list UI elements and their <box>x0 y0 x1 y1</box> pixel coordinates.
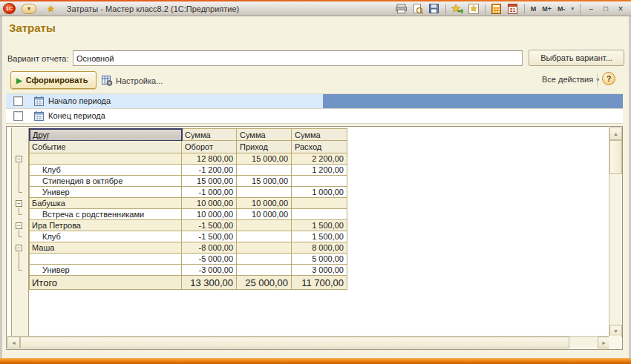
param-row-period-start[interactable]: Начало периода <box>6 94 623 109</box>
header-cell[interactable]: Оборот <box>182 141 237 153</box>
cell-expense[interactable]: 3 000,00 <box>292 265 347 276</box>
vertical-scroll-thumb[interactable] <box>609 140 622 174</box>
table-row-group[interactable]: Бабушка 10 000,00 10 000,00 <box>29 198 347 209</box>
settings-button-label: Настройка... <box>116 76 163 85</box>
print-preview-icon[interactable] <box>411 3 425 15</box>
cell-income[interactable]: 10 000,00 <box>237 198 292 209</box>
table-row[interactable]: Универ -1 000,00 1 000,00 <box>29 187 347 198</box>
choose-variant-button[interactable]: Выбрать вариант... <box>529 50 624 66</box>
add-to-favorites-icon[interactable] <box>451 3 464 15</box>
cell-expense[interactable]: 2 200,00 <box>292 153 347 165</box>
table-row[interactable]: Встреча с родственниками 10 000,00 10 00… <box>29 209 347 220</box>
header-cell[interactable]: Расход <box>292 141 347 153</box>
cell-turnover[interactable]: -5 000,00 <box>182 254 237 265</box>
collapse-group-icon[interactable]: − <box>16 245 22 251</box>
cell-expense[interactable]: 1 200,00 <box>292 165 347 176</box>
maximize-button[interactable]: □ <box>600 4 612 13</box>
help-button[interactable]: ? <box>602 72 615 85</box>
cell-expense[interactable] <box>292 209 347 220</box>
cell-turnover[interactable]: 13 300,00 <box>182 276 237 290</box>
tree-line <box>19 236 22 237</box>
cell-income[interactable] <box>237 165 292 176</box>
param-checkbox[interactable] <box>13 111 23 121</box>
cell-turnover[interactable]: -1 500,00 <box>182 220 237 231</box>
cell-turnover[interactable]: -3 000,00 <box>182 265 237 276</box>
cell-income[interactable] <box>237 187 292 198</box>
header-cell[interactable]: Приход <box>237 141 292 153</box>
calendar-icon[interactable]: 31 <box>506 3 520 15</box>
settings-button[interactable]: Настройка... <box>102 73 163 88</box>
tree-line <box>19 252 19 271</box>
cell-income[interactable]: 15 000,00 <box>237 176 292 187</box>
calculator-icon[interactable] <box>490 3 503 15</box>
table-row[interactable]: Стипендия в октябре 15 000,00 15 000,00 <box>29 176 347 187</box>
cell-income[interactable]: 10 000,00 <box>237 209 292 220</box>
cell-turnover[interactable]: -8 000,00 <box>182 242 237 254</box>
param-checkbox[interactable] <box>13 96 23 106</box>
scroll-up-button[interactable]: ▲ <box>609 128 622 140</box>
horizontal-scrollbar[interactable]: ◄ ► <box>7 336 610 348</box>
header-cell[interactable]: Сумма <box>237 128 292 141</box>
minimize-button[interactable]: – <box>585 4 597 13</box>
table-row[interactable]: Универ -3 000,00 3 000,00 <box>29 265 347 276</box>
collapse-group-icon[interactable]: − <box>16 200 22 207</box>
close-button[interactable]: × <box>615 4 627 14</box>
cell-turnover[interactable]: -1 200,00 <box>182 165 237 176</box>
system-menu-button[interactable]: ▾ <box>22 4 36 14</box>
memory-plus-button[interactable]: М+ <box>540 5 553 13</box>
table-row[interactable]: -5 000,00 5 000,00 <box>29 254 347 265</box>
cell-expense[interactable]: 11 700,00 <box>292 276 347 290</box>
1c-logo-icon[interactable]: 1С <box>3 3 16 14</box>
save-icon[interactable] <box>428 3 441 15</box>
cell-income[interactable] <box>237 242 292 254</box>
horizontal-scroll-thumb[interactable] <box>20 337 569 348</box>
cell-income[interactable]: 15 000,00 <box>237 153 292 165</box>
cell-turnover[interactable]: -1 500,00 <box>182 231 237 242</box>
selected-cell[interactable]: Друг <box>29 128 183 142</box>
table-row[interactable]: Клуб -1 200,00 1 200,00 <box>29 165 347 176</box>
cell-turnover[interactable]: 12 800,00 <box>182 153 237 165</box>
cell-income[interactable] <box>237 265 292 276</box>
cell-turnover[interactable]: -1 000,00 <box>182 187 237 198</box>
favorites-list-icon[interactable] <box>467 3 480 15</box>
table-row-group[interactable]: Ира Петрова -1 500,00 1 500,00 <box>29 220 347 231</box>
table-row[interactable]: Клуб -1 500,00 1 500,00 <box>29 231 347 242</box>
header-cell[interactable]: Сумма <box>292 128 347 141</box>
memory-minus-button[interactable]: М- <box>556 5 567 13</box>
scroll-left-button[interactable]: ◄ <box>7 337 20 348</box>
collapse-group-icon[interactable]: − <box>16 222 22 229</box>
cell-income[interactable]: 25 000,00 <box>237 276 292 290</box>
print-icon[interactable] <box>395 3 408 15</box>
vertical-scrollbar[interactable]: ▲ ▼ <box>609 128 621 337</box>
titlebar-more-icon[interactable]: ▾ <box>569 6 575 12</box>
header-cell[interactable]: Сумма <box>182 128 237 141</box>
cell-expense[interactable]: 8 000,00 <box>292 242 347 254</box>
favorites-star-icon[interactable]: ★ <box>47 4 55 14</box>
cell-expense[interactable]: 1 500,00 <box>292 220 347 231</box>
cell-expense[interactable] <box>292 198 347 209</box>
cell-income[interactable] <box>237 220 292 231</box>
collapse-group-icon[interactable]: − <box>16 156 22 162</box>
param-value-cell[interactable] <box>323 109 623 123</box>
table-row-group[interactable]: Маша -8 000,00 8 000,00 <box>29 242 347 254</box>
cell-income[interactable] <box>237 254 292 265</box>
titlebar-toolbar: 31 М М+ М- ▾ – □ × <box>395 3 631 15</box>
memory-recall-button[interactable]: М <box>529 5 538 13</box>
header-cell[interactable]: Событие <box>29 141 182 153</box>
cell-expense[interactable] <box>292 176 347 187</box>
cell-income[interactable] <box>237 231 292 242</box>
cell-expense[interactable]: 1 000,00 <box>292 187 347 198</box>
variant-input[interactable] <box>73 50 523 66</box>
table-row-total[interactable]: Итого 13 300,00 25 000,00 11 700,00 <box>29 276 347 290</box>
cell-turnover[interactable]: 10 000,00 <box>182 209 237 220</box>
param-row-period-end[interactable]: Конец периода <box>6 109 623 124</box>
all-actions-button[interactable]: Все действия ▾ <box>542 75 599 84</box>
generate-button[interactable]: ▶ Сформировать <box>10 71 97 89</box>
cell-expense[interactable]: 5 000,00 <box>292 254 347 265</box>
cell-expense[interactable]: 1 500,00 <box>292 231 347 242</box>
svg-text:31: 31 <box>510 7 516 13</box>
cell-turnover[interactable]: 10 000,00 <box>182 198 237 209</box>
table-row-group[interactable]: 12 800,00 15 000,00 2 200,00 <box>29 153 347 165</box>
cell-turnover[interactable]: 15 000,00 <box>182 176 237 187</box>
param-value-cell[interactable] <box>323 94 623 108</box>
